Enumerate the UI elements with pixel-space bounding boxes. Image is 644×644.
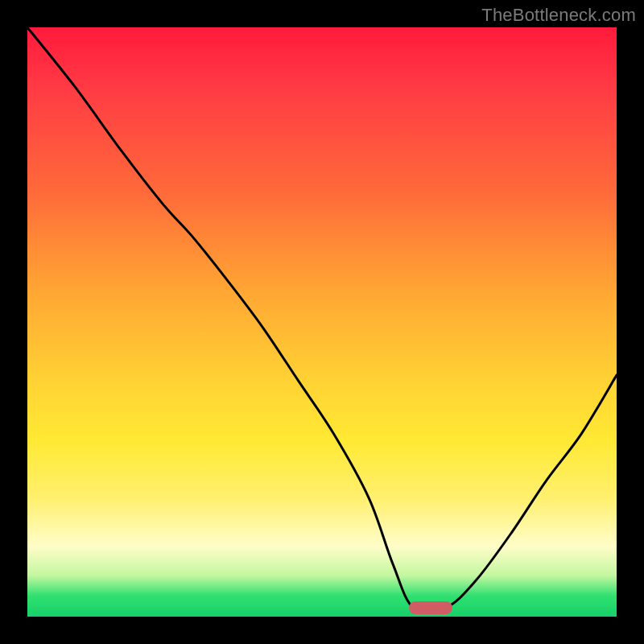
optimal-range-marker [409, 601, 452, 614]
curve-path [27, 27, 617, 613]
plot-area [27, 27, 617, 617]
chart-frame: TheBottleneck.com [0, 0, 644, 644]
bottleneck-curve [27, 27, 617, 617]
watermark-text: TheBottleneck.com [481, 5, 636, 26]
